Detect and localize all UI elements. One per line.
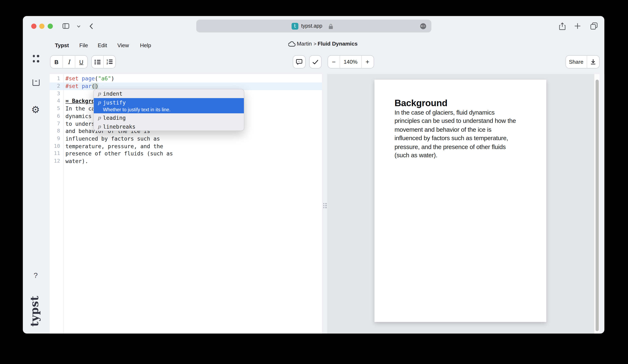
code-token: temperature, pressure, and the [66,143,163,149]
breadcrumb-separator: > [314,39,316,49]
autocomplete-item-leading[interactable]: pleading [94,113,244,122]
check-button-wrap [309,55,322,69]
page-settings-button[interactable] [420,23,426,29]
browser-window: t typst.app Typst File Edit View Help [23,16,605,334]
menu-help[interactable]: Help [140,41,151,51]
pane-resizer[interactable] [322,74,327,334]
code-line[interactable]: influenced by factors such as [66,135,160,142]
preview-text-line: movement and behavior of the ice is [394,126,491,133]
preview-text-line: pressure, and the presence of other flui… [394,143,506,150]
cloud-icon [288,41,296,47]
zoom-in-button[interactable]: + [361,56,373,68]
code-token: page [82,75,95,82]
preview-right-gutter [600,74,604,334]
autocomplete-label: leading [103,114,126,122]
rendered-page: Background In the case of glaciers, flui… [374,80,546,322]
parameter-type-tag: p [98,90,103,98]
preview-pane: Background In the case of glaciers, flui… [327,74,594,334]
share-button-group: Share [565,55,600,69]
breadcrumb-document: Fluid Dynamics [317,39,358,49]
desktop: t typst.app Typst File Edit View Help [0,0,628,364]
typst-favicon: t [292,23,298,29]
settings-gear-icon[interactable]: ⚙ [31,105,40,115]
autocomplete-description: Whether to justify text in its line. [103,107,170,113]
autocomplete-popup: pindentpjustifyWhether to justify text i… [93,89,244,131]
menu-typst[interactable]: Typst [55,41,69,51]
line-number: 1 [50,75,60,82]
parameter-type-tag: p [98,99,103,106]
italic-button[interactable]: I [63,56,75,68]
line-number: 12 [50,157,60,165]
autocomplete-label: indent [103,90,122,98]
autocomplete-label: justify [103,99,170,106]
zoom-out-button[interactable]: − [328,56,340,68]
code-token: influenced by factors such as [66,135,160,142]
svg-text:1: 1 [107,59,108,62]
close-window-button[interactable] [31,23,36,29]
autocomplete-item-justify[interactable]: pjustifyWhether to justify text in its l… [94,98,244,113]
zoom-control-group: − 140% + [327,55,374,69]
menu-file[interactable]: File [79,41,88,51]
code-token: ) [111,75,114,82]
line-number: 5 [50,105,60,112]
preview-scrollbar-thumb[interactable] [595,80,599,331]
preview-text-line: principles can be used to understand how… [394,118,516,125]
code-line[interactable]: #set page("a6") [66,75,114,82]
help-icon[interactable]: ? [34,272,38,280]
bullet-list-button[interactable] [92,56,103,68]
code-token: water). [66,158,88,164]
autocomplete-item-linebreaks[interactable]: plinebreaks [94,122,244,131]
line-number: 11 [50,150,60,157]
autocomplete-item-indent[interactable]: pindent [94,89,244,98]
approve-check-button[interactable] [310,56,321,68]
share-button[interactable]: Share [566,56,587,68]
minimize-window-button[interactable] [39,23,44,29]
sidebar-toggle-icon[interactable] [63,23,69,29]
menu-edit[interactable]: Edit [98,41,107,51]
download-button[interactable] [587,56,599,68]
list-button-group: 1 2 [91,55,116,69]
zoom-window-button[interactable] [47,23,53,29]
gutter-separator [63,74,64,334]
code-token: ( [91,83,95,89]
menu-view[interactable]: View [117,41,129,51]
code-token: #set [66,83,82,89]
typst-logo: typst [28,294,42,328]
code-token: #set [66,75,82,82]
line-number: 9 [50,135,60,142]
zoom-level-value[interactable]: 140% [340,56,361,68]
bold-button[interactable]: B [51,56,63,68]
line-number: 3 [50,90,60,97]
breadcrumb-account[interactable]: Martin [297,39,312,49]
code-line[interactable]: #set par() [66,82,98,90]
code-token: par [82,83,91,89]
address-bar[interactable]: t typst.app [196,20,431,32]
share-page-icon[interactable] [559,22,565,30]
code-line[interactable]: temperature, pressure, and the [66,143,163,150]
comments-button-wrap [293,55,306,69]
code-line[interactable]: water). [66,157,88,165]
text-style-button-group: B I U [50,55,88,69]
underline-button[interactable]: U [75,56,87,68]
new-tab-icon[interactable] [574,23,581,29]
line-number: 2 [50,82,60,90]
line-number: 8 [50,127,60,135]
line-number: 10 [50,143,60,150]
file-panel-icon[interactable] [32,79,40,86]
line-number: 6 [50,112,60,120]
line-number: 7 [50,120,60,127]
chevron-down-icon[interactable] [77,25,80,28]
back-button[interactable] [89,23,93,29]
svg-text:2: 2 [107,62,108,65]
url-text: typst.app [301,20,322,32]
comments-button[interactable] [293,56,305,68]
line-number: 4 [50,97,60,105]
code-token: presence of other fluids (such as [66,150,173,157]
numbered-list-button[interactable]: 1 2 [103,56,115,68]
preview-scrollbar-track[interactable] [594,74,600,334]
code-line[interactable]: presence of other fluids (such as [66,150,173,157]
tab-overview-icon[interactable] [590,22,598,30]
parameter-type-tag: p [98,123,103,130]
code-token: ) [95,83,98,89]
lock-icon [328,24,333,29]
